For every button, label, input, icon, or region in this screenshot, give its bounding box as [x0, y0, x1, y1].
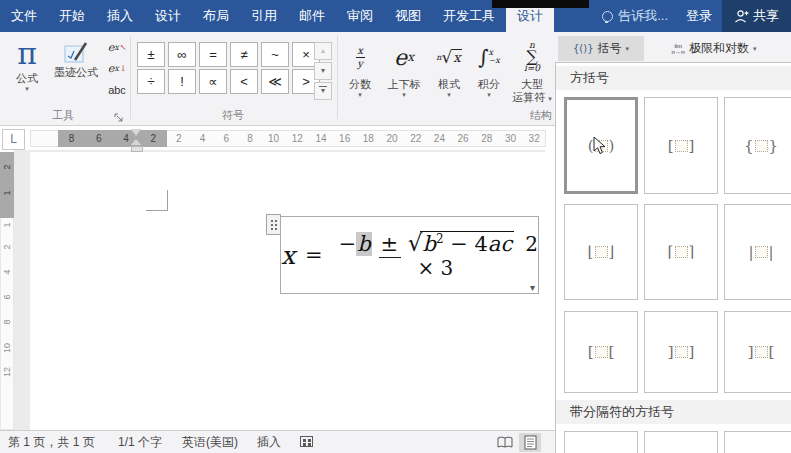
radical-button[interactable]: n√x 根式 ▾ [428, 36, 470, 120]
gallery-cell-floor[interactable]: ⌊⌋ [564, 204, 638, 300]
equation-button-label: 公式 [16, 72, 38, 85]
ruler-number: 30 [499, 130, 523, 147]
equation-handle[interactable] [266, 214, 281, 235]
person-plus-icon [734, 9, 749, 24]
gallery-down-icon[interactable]: ▾ [314, 62, 332, 80]
word-count[interactable]: 1/1 个字 [118, 431, 162, 453]
chevron-down-icon: ▾ [548, 95, 552, 102]
ruler-number: 24 [428, 130, 452, 147]
fraction-button[interactable]: xy 分数 ▾ [340, 36, 380, 120]
window-title-strip [492, 0, 589, 8]
macro-icon[interactable] [300, 436, 313, 447]
gallery-cell-reversed[interactable]: ][ [724, 311, 791, 393]
dialog-launcher-icon[interactable] [114, 110, 125, 121]
ink-equation-button[interactable]: 墨迹公式 [50, 36, 102, 108]
first-line-indent-marker[interactable] [131, 129, 141, 136]
symbol-button[interactable]: ≪ [261, 69, 289, 94]
structures-group-label: 结构 [480, 108, 552, 123]
left-indent-marker[interactable] [131, 146, 143, 152]
symbol-button[interactable]: ≠ [230, 42, 258, 67]
symbols-row-2: ÷!∝<≪> [137, 69, 320, 94]
page-indicator[interactable]: 第 1 页，共 1 页 [8, 431, 95, 453]
tab-mailings[interactable]: 邮件 [288, 0, 336, 32]
gallery-section-brackets: 方括号 [556, 66, 791, 90]
gallery-cell-partial[interactable] [644, 431, 718, 453]
tab-selector[interactable]: L [2, 129, 25, 150]
large-operator-label-1: 大型 [521, 78, 543, 91]
gallery-cell-partial[interactable] [564, 431, 638, 453]
symbol-button[interactable]: ± [137, 42, 165, 67]
tab-view[interactable]: 视图 [384, 0, 432, 32]
gallery-cell-close-close[interactable]: ]] [644, 311, 718, 393]
tab-references[interactable]: 引用 [240, 0, 288, 32]
normal-text-button[interactable]: abc [102, 80, 132, 99]
tab-insert[interactable]: 插入 [96, 0, 144, 32]
gallery-up-icon[interactable]: ▴ [314, 42, 332, 60]
print-layout-button[interactable] [519, 433, 541, 452]
limit-log-label: 极限和对数 [689, 40, 749, 57]
gallery-cell-partial[interactable] [724, 431, 791, 453]
symbol-button[interactable]: = [199, 42, 227, 67]
insert-mode-indicator[interactable]: 插入 [257, 431, 281, 453]
hanging-indent-marker[interactable] [131, 139, 141, 145]
tab-review[interactable]: 审阅 [336, 0, 384, 32]
ink-equation-icon [64, 42, 88, 66]
tell-me-button[interactable]: 告诉我... [594, 0, 676, 32]
ruler-number: 12 [2, 365, 12, 379]
vruler-margin-segment: 21 [0, 152, 14, 218]
ruler-number: 22 [404, 130, 428, 147]
equation-object[interactable]: x = −b ± √b2 − 4ac 2 × 3 ▾ [280, 216, 539, 294]
language-indicator[interactable]: 英语(美国) [182, 431, 238, 453]
tab-layout[interactable]: 布局 [192, 0, 240, 32]
share-button[interactable]: 共享 [722, 0, 791, 32]
ruler-number: 26 [451, 130, 475, 147]
gallery-cell-parentheses[interactable]: () [564, 97, 638, 194]
gallery-cell-vertical-bars[interactable]: || [724, 204, 791, 300]
read-mode-button[interactable] [494, 433, 516, 452]
equation-dropdown-icon[interactable]: ▾ [530, 282, 535, 293]
symbol-button[interactable]: ! [168, 69, 196, 94]
gallery-cell-open-open[interactable]: [[ [564, 311, 638, 393]
ruler-number: 10 [262, 130, 286, 147]
gallery-more-icon[interactable]: ▾ [314, 82, 332, 100]
limit-log-button[interactable]: limn→∞ 极限和对数 ▾ [650, 36, 778, 61]
script-icon: ex [394, 36, 414, 78]
ruler-number: 8 [238, 130, 262, 147]
script-button[interactable]: ex 上下标 ▾ [380, 36, 428, 120]
gallery-cell-curly-braces[interactable]: {} [724, 97, 791, 194]
gallery-cell-square-brackets[interactable]: [] [644, 97, 718, 194]
equation-button[interactable]: π 公式 ▾ [6, 36, 48, 108]
gallery-cell-ceiling[interactable]: ⌈⌉ [644, 204, 718, 300]
equation-numerator: −b ± √b2 − 4ac [333, 232, 520, 256]
brackets-button[interactable]: {()} 括号 ▾ [558, 36, 644, 61]
professional-button[interactable]: ex↖ [102, 38, 132, 57]
symbol-button[interactable]: ∞ [168, 42, 196, 67]
tab-home[interactable]: 开始 [48, 0, 96, 32]
chevron-down-icon: ▾ [358, 91, 362, 99]
chevron-down-icon: ▾ [626, 45, 630, 53]
large-operator-icon: n∑i=0 [524, 36, 540, 78]
limit-icon: limn→∞ [671, 43, 685, 55]
symbol-button[interactable]: ∝ [199, 69, 227, 94]
symbol-button[interactable]: ~ [261, 42, 289, 67]
share-label: 共享 [753, 7, 779, 25]
ruler-number: 1 [2, 186, 12, 200]
chevron-down-icon: ▾ [753, 45, 757, 53]
integral-icon: ∫x−x [478, 36, 500, 78]
chevron-down-icon: ▾ [25, 85, 29, 93]
symbol-button[interactable]: ÷ [137, 69, 165, 94]
placeholder-box [755, 346, 768, 358]
symbol-button[interactable]: < [230, 69, 258, 94]
tab-design[interactable]: 设计 [144, 0, 192, 32]
tab-file[interactable]: 文件 [0, 0, 48, 32]
integral-label: 积分 [478, 78, 500, 91]
sign-in-button[interactable]: 登录 [676, 0, 722, 32]
linear-button[interactable]: ex↓ [102, 59, 132, 78]
brackets-icon: {()} [573, 43, 594, 54]
radical-icon: n√x [436, 36, 461, 78]
document-page[interactable]: x = −b ± √b2 − 4ac 2 × 3 ▾ [30, 152, 545, 430]
brackets-gallery-panel: 方括号 () [] {} ⌊⌋ ⌈⌉ || [[ ]] ][ [555, 62, 791, 453]
placeholder-box [755, 246, 768, 258]
equation-lhs: x [281, 241, 295, 270]
symbols-group-label: 符号 [131, 108, 335, 123]
